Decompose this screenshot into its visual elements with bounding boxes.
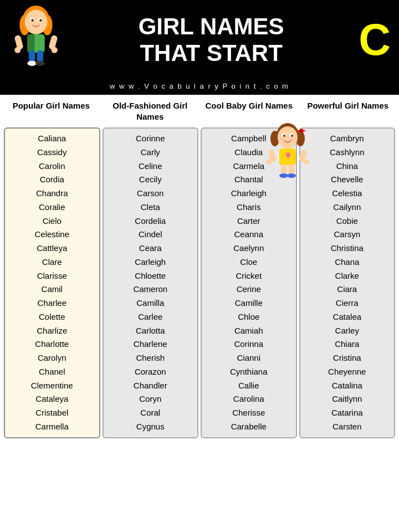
name-item: Cricket — [203, 269, 295, 283]
name-item: Cherish — [105, 351, 197, 365]
name-item: Cristina — [301, 351, 393, 365]
name-item: Camiah — [203, 324, 295, 338]
name-item: Chiara — [301, 337, 393, 351]
title-line1: Girl Names — [64, 13, 359, 40]
name-item: Charlotte — [6, 337, 98, 351]
name-item: Cattleya — [6, 242, 98, 255]
name-item: Chandra — [6, 187, 98, 201]
name-item: Coralie — [6, 201, 98, 214]
name-item: Caelynn — [203, 242, 295, 255]
name-item: Ceara — [105, 242, 197, 255]
title-line2: That Start — [64, 40, 359, 66]
name-item: Carly — [105, 146, 197, 160]
header-mascot — [8, 6, 64, 74]
name-item: Chloette — [105, 269, 197, 283]
popular-column: CalianaCassidyCarolinCordiaChandraCorali… — [4, 127, 100, 438]
name-item: Carolin — [6, 160, 98, 173]
name-item: Carter — [203, 214, 295, 228]
name-item: Chana — [301, 255, 393, 269]
name-item: Corinne — [105, 132, 197, 146]
name-item: Clarke — [301, 269, 393, 283]
name-item: Colette — [6, 310, 98, 324]
name-item: Campbell — [203, 132, 295, 146]
name-item: Cleta — [105, 201, 197, 214]
name-item: Carolyn — [6, 351, 98, 365]
name-item: Celine — [105, 160, 197, 173]
svg-point-3 — [25, 9, 48, 34]
name-item: Cristabel — [6, 406, 98, 420]
col-header-4: Powerful Girl Names — [300, 99, 397, 123]
name-item: Cashlynn — [301, 146, 393, 160]
name-item: Carmela — [203, 160, 295, 173]
column-headers: Popular Girl Names Old-Fashioned Girl Na… — [0, 95, 399, 126]
header-title: Girl Names That Start — [64, 13, 364, 67]
col-header-1: Popular Girl Names — [3, 99, 100, 123]
name-item: Caliana — [6, 132, 98, 146]
name-item: Chloe — [203, 310, 295, 324]
name-item: Chantal — [203, 173, 295, 187]
name-item: Camille — [203, 296, 295, 310]
name-item: Charlene — [105, 337, 197, 351]
name-item: Catalea — [301, 310, 393, 324]
name-item: Clarisse — [6, 269, 98, 283]
name-item: Cherisse — [203, 406, 295, 420]
name-item: Coral — [105, 406, 197, 420]
svg-point-12 — [27, 61, 37, 66]
name-item: Claudia — [203, 146, 295, 160]
col-header-2: Old-Fashioned Girl Names — [102, 99, 199, 123]
page-header: Girl Names That Start C — [0, 0, 399, 80]
cool-baby-column: CampbellClaudiaCarmelaChantalCharleighCh… — [201, 127, 297, 438]
name-item: Cielo — [6, 214, 98, 228]
svg-point-17 — [52, 47, 58, 53]
svg-rect-9 — [27, 34, 34, 53]
header-text-block: Girl Names That Start C — [64, 13, 391, 67]
name-item: Corazon — [105, 365, 197, 379]
name-item: Callie — [203, 379, 295, 393]
name-item: Cloe — [203, 255, 295, 269]
svg-point-7 — [39, 19, 42, 22]
name-item: Carmella — [6, 420, 98, 434]
name-item: Cindel — [105, 228, 197, 242]
svg-point-6 — [31, 19, 34, 22]
name-item: Camil — [6, 283, 98, 296]
names-grid: CalianaCassidyCarolinCordiaChandraCorali… — [0, 126, 399, 445]
name-item: Carley — [301, 324, 393, 338]
svg-point-13 — [35, 61, 45, 66]
name-item: Celestia — [301, 187, 393, 201]
header-letter: C — [359, 18, 391, 62]
name-item: Caitlynn — [301, 392, 393, 406]
name-item: Catalina — [301, 379, 393, 393]
name-item: Carolina — [203, 392, 295, 406]
name-item: Charis — [203, 201, 295, 214]
name-item: Cataleya — [6, 392, 98, 406]
name-item: Ciara — [301, 283, 393, 296]
name-item: Celestine — [6, 228, 98, 242]
name-item: Carlee — [105, 310, 197, 324]
name-item: Carlotta — [105, 324, 197, 338]
name-item: Christina — [301, 242, 393, 255]
name-item: Chanel — [6, 365, 98, 379]
name-item: Cassidy — [6, 146, 98, 160]
name-item: Cobie — [301, 214, 393, 228]
name-item: Cailynn — [301, 201, 393, 214]
name-item: Charleigh — [203, 187, 295, 201]
name-item: Carsyn — [301, 228, 393, 242]
name-item: Carabelle — [203, 420, 295, 434]
name-item: Cordelia — [105, 214, 197, 228]
col-header-3: Cool Baby Girl Names — [201, 99, 298, 123]
name-item: Corinna — [203, 337, 295, 351]
name-item: Cierra — [301, 296, 393, 310]
name-item: Cheyenne — [301, 365, 393, 379]
name-item: Charlee — [6, 296, 98, 310]
name-item: Coryn — [105, 392, 197, 406]
name-item: Chevelle — [301, 173, 393, 187]
name-item: Chandler — [105, 379, 197, 393]
name-item: Cordia — [6, 173, 98, 187]
header-url: w w w . V o c a b u l a r y P o i n t . … — [0, 80, 399, 95]
name-item: Cecily — [105, 173, 197, 187]
name-item: China — [301, 160, 393, 173]
name-item: Cerine — [203, 283, 295, 296]
name-item: Carleigh — [105, 255, 197, 269]
name-item: Ceanna — [203, 228, 295, 242]
name-item: Clementine — [6, 379, 98, 393]
